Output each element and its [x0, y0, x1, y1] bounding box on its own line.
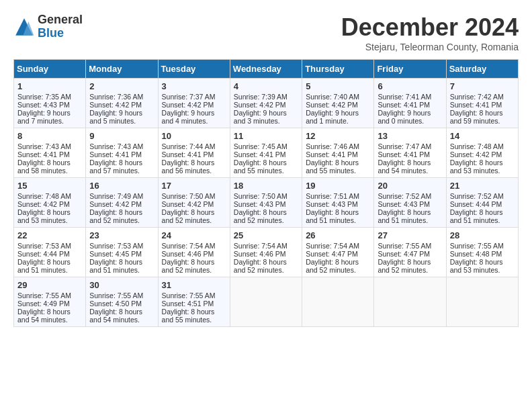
daylight: Daylight: 9 hours and 4 minutes. [162, 109, 215, 125]
header-monday: Monday [86, 60, 158, 79]
sunrise: Sunrise: 7:53 AM [89, 242, 143, 250]
logo: General Blue [13, 13, 83, 40]
header-tuesday: Tuesday [158, 60, 230, 79]
sunset: Sunset: 4:49 PM [17, 300, 70, 308]
header-saturday: Saturday [446, 60, 518, 79]
day-number: 10 [162, 131, 226, 141]
daylight: Daylight: 8 hours and 52 minutes. [89, 208, 142, 224]
calendar-header-row: Sunday Monday Tuesday Wednesday Thursday… [14, 60, 519, 79]
sunset: Sunset: 4:50 PM [89, 300, 142, 308]
day-number: 13 [378, 131, 442, 141]
sunrise: Sunrise: 7:42 AM [450, 93, 504, 101]
sunset: Sunset: 4:41 PM [378, 101, 430, 109]
daylight: Daylight: 8 hours and 58 minutes. [17, 158, 71, 175]
sunrise: Sunrise: 7:53 AM [17, 242, 71, 250]
sunset: Sunset: 4:48 PM [450, 250, 502, 258]
daylight: Daylight: 8 hours and 54 minutes. [17, 308, 71, 324]
day-number: 3 [162, 81, 226, 91]
sunset: Sunset: 4:41 PM [306, 150, 358, 158]
sunset: Sunset: 4:47 PM [306, 250, 358, 258]
calendar-week-1: 1Sunrise: 7:35 AMSunset: 4:43 PMDaylight… [14, 79, 519, 128]
sunset: Sunset: 4:42 PM [162, 101, 214, 109]
sunrise: Sunrise: 7:35 AM [17, 93, 71, 101]
daylight: Daylight: 8 hours and 51 minutes. [306, 208, 359, 224]
day-number: 7 [450, 81, 515, 91]
daylight: Daylight: 8 hours and 51 minutes. [450, 208, 503, 224]
calendar-cell [302, 277, 374, 327]
sunset: Sunset: 4:43 PM [378, 200, 430, 208]
sunrise: Sunrise: 7:36 AM [89, 93, 143, 101]
daylight: Daylight: 8 hours and 52 minutes. [234, 208, 287, 224]
calendar-cell [230, 277, 302, 327]
calendar-cell: 1Sunrise: 7:35 AMSunset: 4:43 PMDaylight… [14, 79, 86, 128]
sunset: Sunset: 4:42 PM [162, 200, 214, 208]
logo-blue-text: Blue [38, 27, 83, 40]
sunset: Sunset: 4:42 PM [17, 200, 70, 208]
calendar-cell: 5Sunrise: 7:40 AMSunset: 4:42 PMDaylight… [302, 79, 374, 128]
daylight: Daylight: 9 hours and 7 minutes. [17, 109, 71, 125]
sunrise: Sunrise: 7:50 AM [234, 192, 287, 200]
day-number: 2 [89, 81, 154, 91]
calendar-table: Sunday Monday Tuesday Wednesday Thursday… [13, 59, 519, 327]
daylight: Daylight: 8 hours and 52 minutes. [234, 258, 287, 274]
calendar-cell: 6Sunrise: 7:41 AMSunset: 4:41 PMDaylight… [374, 79, 446, 128]
calendar-cell: 10Sunrise: 7:44 AMSunset: 4:41 PMDayligh… [158, 128, 230, 178]
calendar-cell [446, 277, 518, 327]
day-number: 5 [306, 81, 370, 91]
calendar-cell: 30Sunrise: 7:55 AMSunset: 4:50 PMDayligh… [86, 277, 158, 327]
sunset: Sunset: 4:51 PM [162, 300, 214, 308]
sunrise: Sunrise: 7:52 AM [450, 192, 504, 200]
sunrise: Sunrise: 7:46 AM [306, 142, 359, 150]
calendar-cell: 7Sunrise: 7:42 AMSunset: 4:41 PMDaylight… [446, 79, 518, 128]
calendar-cell: 17Sunrise: 7:50 AMSunset: 4:42 PMDayligh… [158, 178, 230, 228]
calendar-cell: 4Sunrise: 7:39 AMSunset: 4:42 PMDaylight… [230, 79, 302, 128]
day-number: 25 [234, 230, 298, 240]
sunset: Sunset: 4:43 PM [17, 101, 70, 109]
calendar-cell: 20Sunrise: 7:52 AMSunset: 4:43 PMDayligh… [374, 178, 446, 228]
month-title: December 2024 [341, 13, 519, 42]
sunset: Sunset: 4:41 PM [450, 101, 502, 109]
sunrise: Sunrise: 7:54 AM [162, 242, 216, 250]
daylight: Daylight: 8 hours and 54 minutes. [89, 308, 142, 324]
calendar-cell: 29Sunrise: 7:55 AMSunset: 4:49 PMDayligh… [14, 277, 86, 327]
sunrise: Sunrise: 7:44 AM [162, 142, 216, 150]
sunset: Sunset: 4:42 PM [450, 150, 502, 158]
calendar-cell [374, 277, 446, 327]
day-number: 15 [17, 181, 82, 191]
page-header: General Blue December 2024 Stejaru, Tele… [13, 13, 519, 52]
sunrise: Sunrise: 7:47 AM [378, 142, 431, 150]
header-thursday: Thursday [302, 60, 374, 79]
calendar-week-3: 15Sunrise: 7:48 AMSunset: 4:42 PMDayligh… [14, 178, 519, 228]
sunset: Sunset: 4:43 PM [306, 200, 358, 208]
day-number: 18 [234, 181, 298, 191]
sunset: Sunset: 4:44 PM [17, 250, 70, 258]
sunrise: Sunrise: 7:54 AM [234, 242, 287, 250]
daylight: Daylight: 8 hours and 53 minutes. [450, 258, 503, 274]
calendar-cell: 16Sunrise: 7:49 AMSunset: 4:42 PMDayligh… [86, 178, 158, 228]
sunrise: Sunrise: 7:39 AM [234, 93, 287, 101]
day-number: 17 [162, 181, 226, 191]
calendar-cell: 2Sunrise: 7:36 AMSunset: 4:42 PMDaylight… [86, 79, 158, 128]
daylight: Daylight: 9 hours and 0 minutes. [378, 109, 431, 125]
calendar-cell: 31Sunrise: 7:55 AMSunset: 4:51 PMDayligh… [158, 277, 230, 327]
day-number: 23 [89, 230, 154, 240]
sunset: Sunset: 4:42 PM [306, 101, 358, 109]
day-number: 26 [306, 230, 370, 240]
sunrise: Sunrise: 7:43 AM [89, 142, 143, 150]
daylight: Daylight: 9 hours and 5 minutes. [89, 109, 142, 125]
daylight: Daylight: 8 hours and 59 minutes. [450, 109, 503, 125]
calendar-cell: 18Sunrise: 7:50 AMSunset: 4:43 PMDayligh… [230, 178, 302, 228]
calendar-cell: 26Sunrise: 7:54 AMSunset: 4:47 PMDayligh… [302, 228, 374, 277]
day-number: 6 [378, 81, 442, 91]
sunrise: Sunrise: 7:52 AM [378, 192, 431, 200]
daylight: Daylight: 8 hours and 54 minutes. [378, 158, 431, 175]
daylight: Daylight: 8 hours and 52 minutes. [162, 258, 215, 274]
header-friday: Friday [374, 60, 446, 79]
location-subtitle: Stejaru, Teleorman County, Romania [341, 42, 519, 52]
sunset: Sunset: 4:42 PM [89, 200, 142, 208]
sunrise: Sunrise: 7:45 AM [234, 142, 287, 150]
sunrise: Sunrise: 7:49 AM [89, 192, 143, 200]
day-number: 30 [89, 280, 154, 290]
calendar-cell: 14Sunrise: 7:48 AMSunset: 4:42 PMDayligh… [446, 128, 518, 178]
calendar-cell: 24Sunrise: 7:54 AMSunset: 4:46 PMDayligh… [158, 228, 230, 277]
